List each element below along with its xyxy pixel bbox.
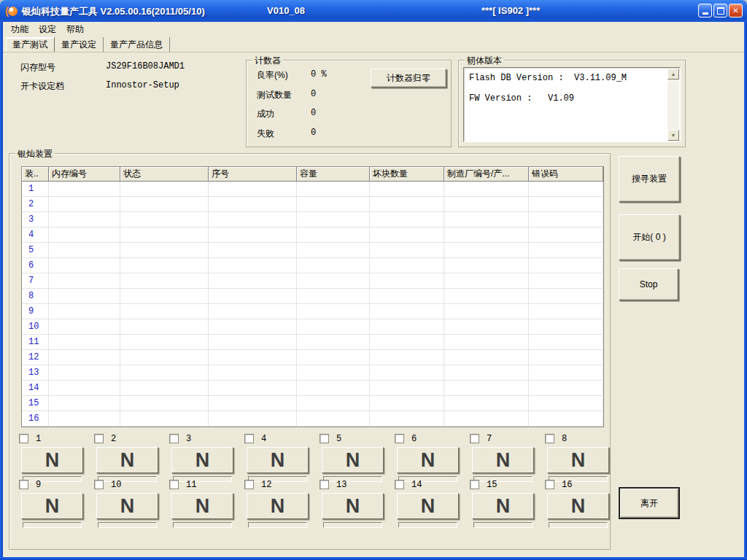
table-cell: [444, 182, 529, 197]
table-row[interactable]: 4: [22, 228, 603, 243]
slot-checkbox[interactable]: [94, 480, 104, 489]
table-cell: [444, 335, 529, 350]
row-number-cell: 13: [22, 365, 49, 381]
table-cell: [297, 228, 370, 243]
table-header-cell[interactable]: 装..: [22, 167, 49, 182]
firmware-groupbox-title: 韧体版本: [465, 55, 504, 67]
slot-checkbox[interactable]: [545, 434, 554, 443]
table-row[interactable]: 9: [22, 304, 603, 319]
slot-number-label: 2: [111, 434, 116, 444]
table-row[interactable]: 14: [22, 381, 603, 396]
table-cell: [444, 411, 529, 427]
table-cell: [120, 335, 209, 350]
menu-item-function[interactable]: 功能: [6, 22, 34, 37]
menu-item-help[interactable]: 帮助: [61, 22, 89, 37]
table-header-cell[interactable]: 坏块数量: [370, 167, 444, 182]
slot-number-label: 13: [336, 480, 347, 490]
stop-button[interactable]: Stop: [619, 268, 678, 300]
table-header-cell[interactable]: 制造厂编号/产...: [444, 167, 529, 182]
table-cell: [120, 228, 209, 243]
exit-button[interactable]: 离开: [619, 487, 680, 519]
table-cell: [120, 304, 209, 319]
menu-item-settings[interactable]: 设定: [34, 22, 61, 37]
start-button[interactable]: 开始( 0 ): [619, 214, 680, 260]
table-row[interactable]: 2: [22, 197, 603, 212]
table-cell: [370, 396, 444, 411]
slot-unit: 7N: [472, 434, 534, 482]
table-cell: [370, 335, 444, 350]
table-cell: [529, 228, 603, 243]
maximize-button[interactable]: [713, 4, 727, 18]
firmware-scrollbar[interactable]: ▲ ▼: [667, 69, 679, 141]
table-cell: [529, 197, 603, 212]
table-row[interactable]: 16: [22, 411, 603, 427]
scroll-up-button[interactable]: ▲: [667, 69, 679, 79]
table-header-cell[interactable]: 序号: [209, 167, 297, 182]
table-cell: [209, 289, 297, 304]
table-row[interactable]: 7: [22, 273, 603, 289]
slot-checkbox[interactable]: [395, 480, 404, 489]
slot-checkbox[interactable]: [244, 480, 254, 489]
title-bar: ( 银灿科技量产工具 V2.05.00.16(2011/05/10) V010_…: [0, 0, 747, 22]
slot-unit: 5N: [322, 434, 384, 482]
slot-number-label: 3: [186, 434, 191, 444]
table-cell: [49, 319, 120, 335]
table-cell: [120, 350, 209, 365]
search-devices-button[interactable]: 搜寻装置: [619, 156, 680, 202]
table-cell: [444, 396, 529, 411]
table-row[interactable]: 13: [22, 365, 603, 381]
table-cell: [49, 258, 120, 273]
row-number-cell: 1: [22, 182, 49, 197]
slot-checkbox[interactable]: [545, 480, 554, 489]
tab-production-settings[interactable]: 量产设定: [55, 37, 104, 52]
slot-checkbox[interactable]: [19, 434, 28, 443]
table-header-cell[interactable]: 内存编号: [49, 167, 120, 182]
table-row[interactable]: 3: [22, 212, 603, 228]
firmware-version-box: Flash DB Version : V3.11.09_M FW Version…: [463, 67, 681, 142]
table-cell: [209, 197, 297, 212]
slot-checkbox[interactable]: [19, 480, 28, 489]
slot-checkbox-row: 6: [397, 434, 459, 443]
table-row[interactable]: 10: [22, 319, 603, 335]
slot-number-label: 4: [261, 434, 266, 444]
table-row[interactable]: 1: [22, 182, 603, 197]
slot-unit: 15N: [472, 480, 534, 528]
slot-status-indicator: N: [547, 493, 609, 519]
slot-checkbox[interactable]: [169, 480, 179, 489]
tab-production-test[interactable]: 量产测试: [6, 37, 55, 52]
counter-reset-button[interactable]: 计数器归零: [371, 69, 446, 88]
slot-checkbox[interactable]: [94, 434, 104, 443]
row-number-cell: 4: [22, 228, 49, 243]
minimize-button[interactable]: [698, 4, 712, 18]
table-cell: [120, 243, 209, 258]
slot-unit: 8N: [547, 434, 609, 482]
table-row[interactable]: 8: [22, 289, 603, 304]
table-row[interactable]: 5: [22, 243, 603, 258]
slot-number-label: 14: [411, 480, 422, 490]
table-cell: [120, 396, 209, 411]
table-cell: [297, 319, 370, 335]
minimize-icon: [703, 12, 708, 15]
table-cell: [529, 289, 603, 304]
close-button[interactable]: ✕: [729, 4, 743, 18]
table-header-cell[interactable]: 状态: [120, 167, 209, 182]
table-header-cell[interactable]: 错误码: [529, 167, 603, 182]
tab-product-info[interactable]: 量产产品信息: [104, 37, 170, 52]
scroll-down-button[interactable]: ▼: [667, 130, 679, 141]
table-row[interactable]: 11: [22, 335, 603, 350]
slot-checkbox[interactable]: [470, 434, 479, 443]
table-row[interactable]: 15: [22, 396, 603, 411]
slot-checkbox[interactable]: [395, 434, 404, 443]
slot-checkbox[interactable]: [169, 434, 179, 443]
table-cell: [209, 228, 297, 243]
slot-checkbox[interactable]: [470, 480, 479, 489]
table-cell: [529, 411, 603, 427]
slot-checkbox[interactable]: [320, 480, 329, 489]
table-header-cell[interactable]: 容量: [297, 167, 370, 182]
slot-checkbox[interactable]: [244, 434, 254, 443]
table-row[interactable]: 6: [22, 258, 603, 273]
slot-checkbox[interactable]: [320, 434, 329, 443]
table-row[interactable]: 12: [22, 350, 603, 365]
table-cell: [297, 243, 370, 258]
table-cell: [209, 319, 297, 335]
